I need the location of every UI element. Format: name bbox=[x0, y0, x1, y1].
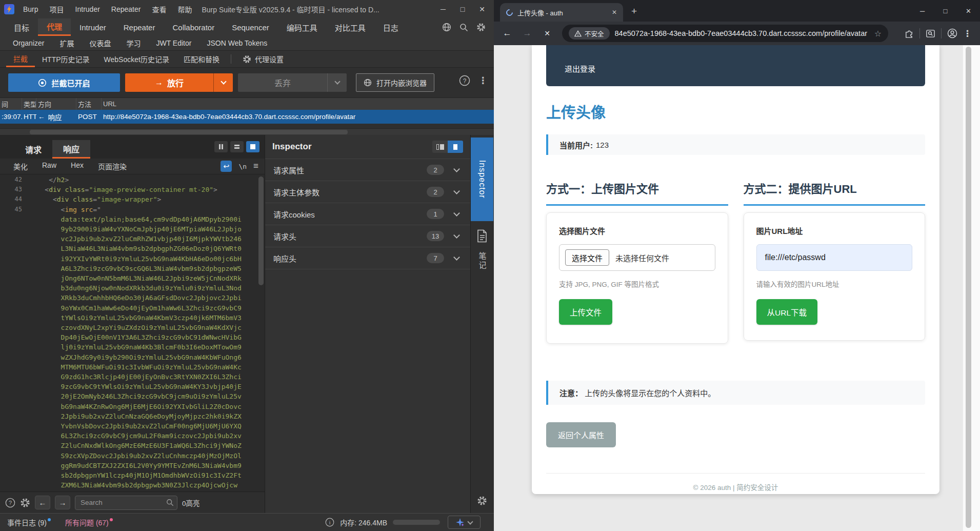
tab-close-icon[interactable]: ✕ bbox=[612, 9, 617, 16]
secondary-tab[interactable]: 仪表盘 bbox=[82, 36, 118, 50]
minimize-icon[interactable]: ─ bbox=[911, 7, 934, 15]
menu-item[interactable]: Intruder bbox=[70, 0, 106, 18]
close-icon[interactable]: ✕ bbox=[957, 7, 980, 15]
inspector-section[interactable]: 响应头7 bbox=[265, 247, 470, 269]
bookmark-star-icon[interactable]: ☆ bbox=[874, 29, 882, 38]
security-chip[interactable]: 不安全 bbox=[569, 27, 610, 40]
inspector-side-tab[interactable]: Inspector bbox=[471, 137, 493, 221]
maximize-icon[interactable]: □ bbox=[934, 7, 957, 15]
show-newlines-icon[interactable]: \n bbox=[238, 163, 247, 170]
browser-tab[interactable]: 上传头像 - auth ✕ bbox=[500, 3, 623, 22]
help-icon[interactable]: ? bbox=[5, 498, 15, 508]
main-tab[interactable]: 日志 bbox=[374, 18, 407, 36]
maximize-icon[interactable]: □ bbox=[454, 4, 471, 14]
help-icon[interactable]: ? bbox=[459, 75, 470, 86]
find-previous-button[interactable]: ← bbox=[35, 496, 50, 509]
secondary-tab[interactable]: JSON Web Tokens bbox=[199, 36, 275, 50]
browser-globe-icon[interactable] bbox=[442, 23, 451, 32]
proxy-tab[interactable]: 拦截 bbox=[6, 51, 35, 67]
editor-menu-icon[interactable]: ≡ bbox=[253, 161, 258, 171]
column-header[interactable]: URL bbox=[102, 98, 494, 110]
editor-scrollbar-thumb[interactable] bbox=[258, 176, 264, 285]
new-tab-button[interactable]: + bbox=[631, 6, 637, 17]
inspector-section[interactable]: 请求头13 bbox=[265, 225, 470, 247]
file-input[interactable]: 选择文件 未选择任何文件 bbox=[559, 244, 715, 271]
inspector-section[interactable]: 请求属性2 bbox=[265, 159, 470, 181]
search-icon[interactable] bbox=[459, 23, 468, 32]
kebab-menu-icon[interactable]: ⋮ bbox=[963, 28, 972, 39]
event-log-link[interactable]: 事件日志 (9) bbox=[7, 517, 51, 527]
page-scrollbar[interactable] bbox=[963, 45, 980, 531]
secondary-tab[interactable]: 学习 bbox=[118, 36, 148, 50]
scrollbar-thumb[interactable] bbox=[30, 130, 348, 134]
search-settings-gear-icon[interactable] bbox=[20, 498, 30, 508]
menu-item[interactable]: Burp bbox=[17, 0, 44, 18]
main-tab[interactable]: Intruder bbox=[71, 18, 115, 36]
download-from-url-button[interactable]: 从URL下载 bbox=[756, 299, 818, 325]
secondary-tab[interactable]: Organizer bbox=[5, 36, 52, 50]
column-header[interactable]: 间 bbox=[0, 98, 22, 110]
response-body-editor[interactable]: 42 </h2>43 <div class="image-preview-con… bbox=[0, 174, 265, 491]
notes-document-icon[interactable] bbox=[476, 229, 488, 243]
forward-button[interactable]: → 放行 bbox=[125, 73, 213, 92]
drop-dropdown[interactable] bbox=[327, 73, 347, 92]
view-tab[interactable]: 美化 bbox=[6, 161, 35, 171]
upload-file-button[interactable]: 上传文件 bbox=[559, 299, 612, 325]
back-to-profile-button[interactable]: 返回个人属性 bbox=[546, 422, 616, 447]
proxy-tab[interactable]: HTTP历史记录 bbox=[35, 51, 97, 67]
drop-button[interactable]: 丢弃 bbox=[238, 73, 327, 92]
main-tab[interactable]: 目标 bbox=[5, 18, 38, 36]
column-header[interactable]: 方法 bbox=[76, 98, 102, 110]
menu-item[interactable]: Repeater bbox=[106, 0, 147, 18]
history-table-row[interactable]: :39:07... HTTP ← 响应 POST http://84e5072a… bbox=[0, 110, 494, 124]
side-search-icon[interactable] bbox=[926, 29, 935, 38]
inspector-split-view-icon[interactable] bbox=[432, 141, 448, 153]
layout-rows-icon[interactable] bbox=[230, 141, 244, 152]
proxy-settings-tab[interactable]: 代理设置 bbox=[235, 51, 291, 67]
secondary-tab[interactable]: 扩展 bbox=[52, 36, 82, 50]
column-header[interactable]: 类型 bbox=[22, 98, 36, 110]
find-next-button[interactable]: → bbox=[55, 496, 70, 509]
word-wrap-icon[interactable]: ↩ bbox=[221, 161, 232, 172]
close-icon[interactable]: ✕ bbox=[473, 4, 491, 14]
settings-gear-icon[interactable] bbox=[476, 23, 486, 32]
view-tab[interactable]: 页面渲染 bbox=[91, 161, 134, 171]
logout-link[interactable]: 退出登录 bbox=[565, 63, 595, 74]
main-tab[interactable]: 编码工具 bbox=[278, 18, 326, 36]
all-issues-link[interactable]: 所有问题 (67) bbox=[65, 517, 113, 527]
inspector-single-view-icon[interactable] bbox=[448, 141, 463, 153]
main-tab[interactable]: 代理 bbox=[38, 18, 71, 36]
notes-side-tab[interactable]: 笔记 bbox=[477, 252, 488, 270]
menu-item[interactable]: 查看 bbox=[146, 0, 172, 18]
main-tab[interactable]: Repeater bbox=[115, 18, 164, 36]
sidebar-gear-icon[interactable] bbox=[477, 496, 487, 506]
extensions-icon[interactable] bbox=[904, 29, 914, 38]
proxy-tab[interactable]: WebSocket历史记录 bbox=[97, 51, 176, 67]
stop-loading-button[interactable]: ✕ bbox=[539, 29, 555, 37]
ai-menu-button[interactable] bbox=[448, 516, 481, 529]
menu-item[interactable]: 帮助 bbox=[172, 0, 197, 18]
kebab-menu-icon[interactable]: ⋮ bbox=[478, 75, 488, 86]
main-tab[interactable]: 对比工具 bbox=[326, 18, 374, 36]
secondary-tab[interactable]: JWT Editor bbox=[148, 36, 199, 50]
inspector-section[interactable]: 请求主体参数2 bbox=[265, 181, 470, 203]
layout-maximized-icon[interactable] bbox=[246, 141, 259, 152]
proxy-tab[interactable]: 匹配和替换 bbox=[176, 51, 227, 67]
image-url-input[interactable]: file:///etc/passwd bbox=[756, 244, 913, 271]
editor-tab[interactable]: 请求 bbox=[14, 140, 52, 159]
editor-tab[interactable]: 响应 bbox=[52, 140, 90, 159]
horizontal-scrollbar[interactable] bbox=[0, 128, 494, 135]
menu-item[interactable]: 项目 bbox=[44, 0, 70, 18]
minimize-icon[interactable]: ─ bbox=[434, 4, 452, 14]
column-header[interactable]: 方向 bbox=[36, 98, 76, 110]
forward-button[interactable]: → bbox=[519, 28, 535, 38]
view-tab[interactable]: Raw bbox=[35, 161, 64, 171]
page-scrollbar-thumb[interactable] bbox=[966, 47, 971, 528]
open-embedded-browser-button[interactable]: 打开内嵌浏览器 bbox=[356, 73, 434, 92]
layout-columns-icon[interactable] bbox=[214, 141, 228, 152]
address-bar[interactable]: 不安全 84e5072a-1968-43ea-bdb0-7eae03444cb3… bbox=[562, 25, 888, 42]
main-tab[interactable]: Sequencer bbox=[223, 18, 278, 36]
search-input[interactable] bbox=[75, 496, 177, 510]
forward-dropdown[interactable] bbox=[213, 73, 233, 92]
profile-avatar-icon[interactable] bbox=[947, 28, 957, 38]
